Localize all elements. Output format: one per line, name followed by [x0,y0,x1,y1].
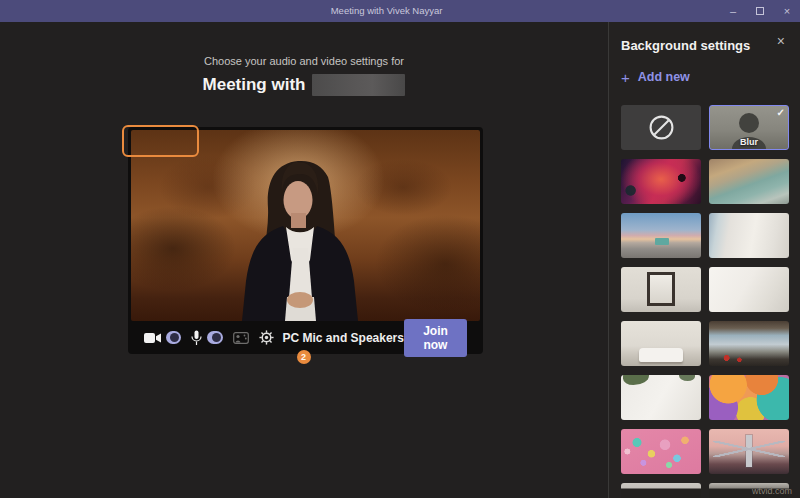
device-toolbar: PC Mic and Speakers Join now 2 [131,321,480,354]
meeting-title: Meeting with [203,75,306,95]
add-new-label: Add new [638,70,690,84]
minimize-button[interactable]: – [726,0,740,22]
background-effects-icon[interactable] [233,332,249,344]
window-title: Meeting with Vivek Nayyar [331,0,443,22]
panel-title: Background settings [621,38,750,53]
background-tile-pastel-balloons[interactable] [621,429,701,474]
background-tile-bright-minimal-room[interactable] [709,267,789,312]
add-new-button[interactable]: + Add new [621,70,800,84]
blur-silhouette-head [739,113,759,133]
settings-gear-icon[interactable] [259,330,274,345]
mic-toggle[interactable] [207,331,222,344]
background-tile-white-room-window[interactable] [709,213,789,258]
panel-header: Background settings × [609,22,800,54]
background-tile-colorful-balloons[interactable] [709,375,789,420]
background-tile-none[interactable] [621,105,701,150]
annotation-badge-step2: 2 [297,350,311,364]
close-button[interactable]: × [780,0,794,22]
person-silhouette [131,130,480,321]
maximize-button[interactable] [753,0,767,22]
title-bar: Meeting with Vivek Nayyar – × [0,0,800,22]
camera-icon [144,332,161,344]
background-tile-office-space[interactable] [709,159,789,204]
background-tile-desert-campsite[interactable] [621,213,701,258]
join-now-button[interactable]: Join now [404,319,467,357]
window-controls: – × [726,0,794,22]
none-icon [648,114,675,141]
meeting-title-row: Meeting with [0,74,608,96]
background-tile-white-bedroom[interactable] [621,321,701,366]
camera-toggle[interactable] [166,331,181,344]
background-tile-industrial-loft[interactable] [709,321,789,366]
toggle-knob [170,333,179,342]
watermark: wtvid.com [752,486,792,496]
device-label[interactable]: PC Mic and Speakers [283,331,404,345]
background-tile-blur[interactable]: ✓ Blur 1 [709,105,789,150]
plus-icon: + [621,71,630,84]
toggle-knob [212,333,221,342]
prejoin-subtitle: Choose your audio and video settings for [0,55,608,67]
background-tile-bridge-illustration[interactable] [709,429,789,474]
background-tile-concert-lights[interactable] [621,159,701,204]
camera-preview [131,130,480,321]
background-tile-plant-interior[interactable] [621,375,701,420]
background-grid: ✓ Blur 1 [621,105,790,498]
mic-icon [191,330,202,346]
panel-close-icon[interactable]: × [777,33,785,49]
selected-check-icon: ✓ [777,107,785,118]
background-tile-partial-left[interactable] [621,483,701,498]
redacted-meeting-name [312,74,405,96]
video-preview-stage: PC Mic and Speakers Join now 2 [128,127,483,354]
maximize-icon [756,7,764,15]
background-settings-panel: Background settings × + Add new ✓ Blur 1 [608,22,800,498]
blur-label: Blur [710,137,788,147]
background-tile-mirror-room[interactable] [621,267,701,312]
prejoin-main: Choose your audio and video settings for… [0,22,608,498]
